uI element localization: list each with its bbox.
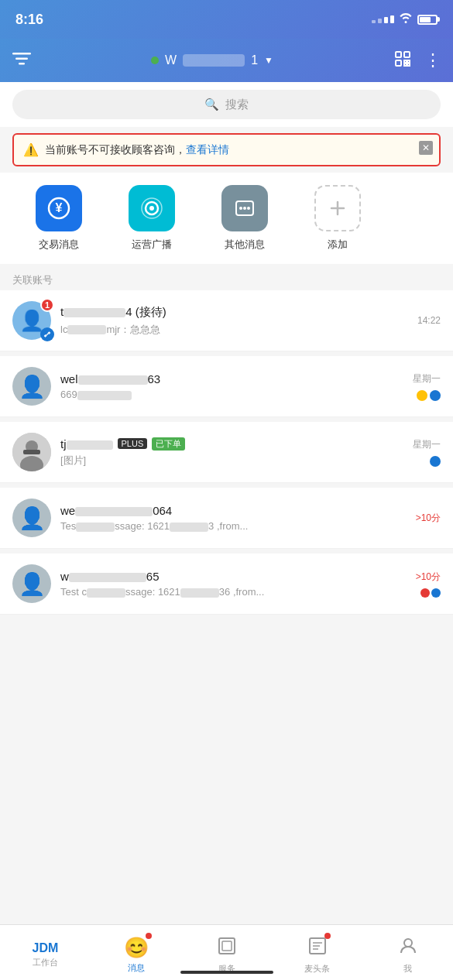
chat-name-row: t4 (接待) bbox=[60, 305, 408, 320]
chat-time: 14:22 bbox=[417, 315, 441, 326]
svg-rect-6 bbox=[404, 60, 407, 63]
avatar: 👤 bbox=[12, 564, 51, 603]
search-bar-container: 🔍 搜索 bbox=[0, 82, 453, 127]
quick-icon-add[interactable]: 添加 bbox=[291, 185, 384, 252]
chat-item[interactable]: 👤 w65 Test cssage: 162136 ,from... >10分 bbox=[0, 553, 453, 615]
avatar-wrap: 👤 1 bbox=[12, 301, 51, 340]
nav-me-label: 我 bbox=[403, 963, 412, 975]
headline-badge bbox=[324, 933, 331, 939]
svg-rect-9 bbox=[407, 63, 410, 66]
chat-time: >10分 bbox=[416, 571, 441, 584]
svg-rect-4 bbox=[404, 52, 410, 57]
chat-name-row: tj PLUS 已下单 bbox=[60, 437, 403, 451]
chat-time: 星期一 bbox=[413, 438, 441, 451]
nav-item-me[interactable]: 我 bbox=[362, 931, 453, 975]
nav-headline-icon bbox=[307, 936, 328, 961]
account-name-suffix: 1 bbox=[251, 53, 258, 67]
chat-item[interactable]: 👤 wel63 669 星期一 bbox=[0, 356, 453, 417]
avatar: 👤 bbox=[12, 499, 51, 537]
dot-blue bbox=[431, 588, 441, 598]
chat-name: tj bbox=[60, 437, 113, 451]
toggle-blue bbox=[430, 390, 441, 401]
signal-icon bbox=[372, 15, 394, 23]
nav-account-selector[interactable]: W 1 ▼ bbox=[151, 53, 273, 67]
chat-preview: Tesssage: 16213 ,from... bbox=[60, 520, 407, 532]
top-nav: W 1 ▼ ⋮ bbox=[0, 39, 453, 82]
alert-close-button[interactable]: ✕ bbox=[419, 141, 433, 155]
nav-item-headline[interactable]: 麦头条 bbox=[272, 931, 362, 975]
avatar bbox=[12, 433, 51, 471]
section-label-linked: 关联账号 bbox=[0, 264, 453, 290]
avatar-wrap: 👤 bbox=[12, 499, 51, 537]
chat-name-row: w65 bbox=[60, 570, 407, 583]
avatar-wrap bbox=[12, 433, 51, 471]
alert-warning-icon: ⚠️ bbox=[23, 142, 39, 157]
avatar-wrap: 👤 bbox=[12, 564, 51, 603]
chat-preview: Test cssage: 162136 ,from... bbox=[60, 586, 407, 598]
nav-messages-icon: 😊 bbox=[124, 936, 149, 960]
svg-rect-3 bbox=[396, 52, 401, 57]
nav-workbench-icon: JDM bbox=[33, 942, 59, 954]
nav-qr-icon[interactable] bbox=[393, 50, 412, 72]
quick-icons-section: ¥ 交易消息 运营广播 bbox=[0, 173, 453, 264]
tag-ordered: 已下单 bbox=[152, 437, 185, 451]
alert-link[interactable]: 查看详情 bbox=[186, 143, 229, 156]
svg-point-18 bbox=[247, 207, 250, 210]
toggle-icons bbox=[417, 390, 441, 401]
dot-red bbox=[420, 588, 430, 598]
tag-plus: PLUS bbox=[118, 438, 148, 449]
dropdown-arrow: ▼ bbox=[264, 55, 273, 66]
nav-me-icon bbox=[398, 936, 418, 961]
nav-item-workbench[interactable]: JDM 工作台 bbox=[0, 937, 91, 968]
quick-icon-broadcast[interactable]: 运营广播 bbox=[105, 185, 198, 252]
chat-name-row: we064 bbox=[60, 504, 407, 517]
home-indicator bbox=[180, 971, 273, 974]
chat-info: wel63 669 bbox=[60, 372, 403, 400]
svg-rect-5 bbox=[396, 60, 401, 66]
chat-info: tj PLUS 已下单 [图片] bbox=[60, 437, 403, 468]
nav-messages-label: 消息 bbox=[128, 962, 145, 974]
nav-item-messages[interactable]: 😊 消息 bbox=[91, 931, 181, 974]
toggle-pair bbox=[420, 588, 441, 598]
quick-icon-trade-box: ¥ bbox=[36, 185, 82, 231]
chat-meta: 星期一 bbox=[413, 438, 441, 467]
alert-message: 当前账号不可接收顾客咨询，查看详情 bbox=[45, 143, 229, 157]
chat-name-row: wel63 bbox=[60, 372, 403, 385]
quick-icon-add-label: 添加 bbox=[328, 238, 348, 252]
quick-icon-other[interactable]: 其他消息 bbox=[198, 185, 291, 252]
chat-preview: 669 bbox=[60, 389, 403, 400]
nav-workbench-label: 工作台 bbox=[33, 957, 58, 968]
chat-name: w65 bbox=[60, 570, 160, 583]
chat-item[interactable]: 👤 1 t4 (接待) lcmjr：急急急 14:22 bbox=[0, 290, 453, 351]
quick-icon-broadcast-box bbox=[129, 185, 175, 231]
search-bar[interactable]: 🔍 搜索 bbox=[12, 90, 441, 119]
messages-badge bbox=[146, 933, 152, 939]
chat-info: we064 Tesssage: 16213 ,from... bbox=[60, 504, 407, 532]
nav-item-services[interactable]: 服务 bbox=[181, 931, 272, 975]
search-icon: 🔍 bbox=[204, 98, 219, 111]
chat-time: >10分 bbox=[416, 512, 441, 525]
quick-icons-grid: ¥ 交易消息 运营广播 bbox=[12, 185, 441, 252]
chat-meta: >10分 bbox=[416, 512, 441, 525]
unread-badge: 1 bbox=[40, 298, 54, 312]
quick-icon-broadcast-label: 运营广播 bbox=[132, 238, 172, 252]
svg-rect-2 bbox=[19, 63, 25, 65]
svg-rect-1 bbox=[15, 57, 28, 60]
chat-item[interactable]: tj PLUS 已下单 [图片] 星期一 bbox=[0, 422, 453, 483]
quick-icon-other-box bbox=[221, 185, 268, 231]
svg-point-16 bbox=[239, 207, 242, 210]
avatar-wrap: 👤 bbox=[12, 367, 51, 406]
wifi-icon bbox=[399, 12, 413, 26]
quick-icon-add-box bbox=[314, 185, 361, 231]
filter-icon[interactable] bbox=[12, 51, 31, 70]
chat-name: wel63 bbox=[60, 372, 160, 385]
chat-item[interactable]: 👤 we064 Tesssage: 16213 ,from... >10分 bbox=[0, 488, 453, 549]
svg-rect-7 bbox=[407, 60, 410, 63]
account-name-blurred bbox=[183, 54, 245, 67]
svg-rect-25 bbox=[219, 938, 235, 954]
svg-point-17 bbox=[243, 207, 246, 210]
chat-info: t4 (接待) lcmjr：急急急 bbox=[60, 305, 408, 337]
quick-icon-trade[interactable]: ¥ 交易消息 bbox=[12, 185, 105, 252]
status-time: 8:16 bbox=[15, 12, 43, 28]
nav-more-icon[interactable]: ⋮ bbox=[424, 50, 441, 70]
